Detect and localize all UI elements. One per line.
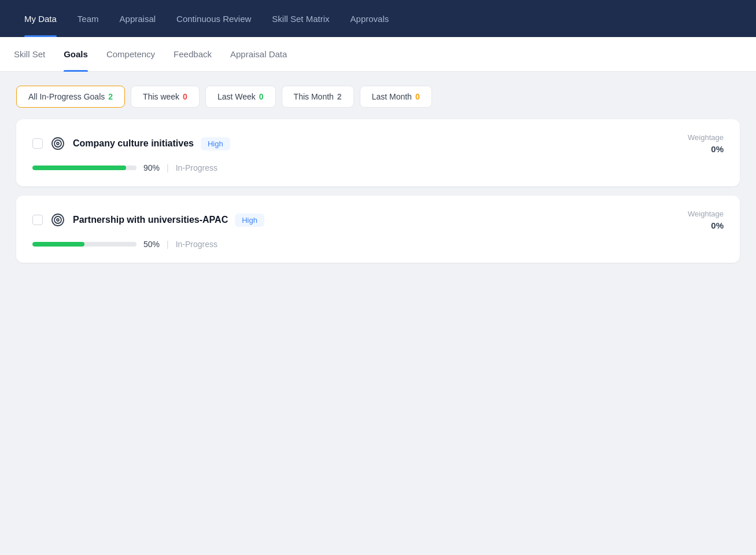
progress-percent: 50% <box>143 240 160 249</box>
top-nav-item-approvals[interactable]: Approvals <box>340 0 400 37</box>
progress-percent: 90% <box>143 163 160 172</box>
sub-nav-item-skill-set[interactable]: Skill Set <box>14 37 54 72</box>
target-icon <box>50 135 66 152</box>
goal-card-header: Partnership with universities-APAC High … <box>32 209 724 230</box>
filter-tab-count: 0 <box>415 92 420 101</box>
goals-list: Company culture initiatives High Weighta… <box>16 119 740 263</box>
goal-progress-row: 50% | In-Progress <box>32 240 724 249</box>
sub-nav-item-feedback[interactable]: Feedback <box>164 37 221 72</box>
progress-divider: | <box>167 163 169 172</box>
goal-card-goal-2: Partnership with universities-APAC High … <box>16 196 740 263</box>
filter-tab-this-week[interactable]: This week0 <box>131 86 200 108</box>
sub-nav-item-appraisal-data[interactable]: Appraisal Data <box>221 37 296 72</box>
filter-tab-count: 0 <box>259 92 264 101</box>
goal-card-goal-1: Company culture initiatives High Weighta… <box>16 119 740 186</box>
sub-nav-item-goals[interactable]: Goals <box>54 37 97 72</box>
progress-bar-container <box>32 166 137 170</box>
weightage-value: 0% <box>688 220 724 230</box>
goal-card-right: Weightage 0% <box>688 133 724 154</box>
filter-tab-label: This week <box>143 92 179 101</box>
top-nav-item-my-data[interactable]: My Data <box>14 0 67 37</box>
filter-tab-all-in-progress[interactable]: All In-Progress Goals2 <box>16 86 125 108</box>
goal-card-right: Weightage 0% <box>688 209 724 230</box>
filter-tabs: All In-Progress Goals2This week0Last Wee… <box>16 86 740 108</box>
priority-badge: High <box>235 214 264 227</box>
main-content: All In-Progress Goals2This week0Last Wee… <box>0 72 756 555</box>
goal-checkbox[interactable] <box>32 138 43 149</box>
filter-tab-label: This Month <box>294 92 334 101</box>
filter-tab-count: 0 <box>183 92 187 101</box>
weightage-value: 0% <box>688 144 724 154</box>
goal-checkbox[interactable] <box>32 215 43 225</box>
sub-nav: Skill SetGoalsCompetencyFeedbackAppraisa… <box>0 37 756 72</box>
filter-tab-last-week[interactable]: Last Week0 <box>205 86 276 108</box>
top-nav-item-continuous-review[interactable]: Continuous Review <box>166 0 261 37</box>
filter-tab-label: Last Week <box>217 92 256 101</box>
filter-tab-label: All In-Progress Goals <box>28 92 105 101</box>
svg-point-0 <box>52 138 64 149</box>
filter-tab-last-month[interactable]: Last Month0 <box>360 86 432 108</box>
svg-point-5 <box>57 219 59 221</box>
progress-status: In-Progress <box>176 240 217 249</box>
filter-tab-label: Last Month <box>372 92 412 101</box>
progress-bar-fill <box>32 242 84 247</box>
progress-status: In-Progress <box>176 163 217 172</box>
svg-point-4 <box>54 216 61 223</box>
top-nav: My DataTeamAppraisalContinuous ReviewSki… <box>0 0 756 37</box>
svg-point-3 <box>52 214 64 226</box>
goal-progress-row: 90% | In-Progress <box>32 163 724 172</box>
svg-point-2 <box>57 142 59 145</box>
priority-badge: High <box>201 137 230 150</box>
goal-card-left: Company culture initiatives High <box>32 135 230 152</box>
goal-card-left: Partnership with universities-APAC High <box>32 212 264 228</box>
weightage-label: Weightage <box>688 209 724 218</box>
filter-tab-count: 2 <box>337 92 342 101</box>
target-icon <box>50 212 66 228</box>
progress-bar-container <box>32 242 137 247</box>
progress-divider: | <box>167 240 169 249</box>
filter-tab-count: 2 <box>108 92 113 101</box>
top-nav-item-team[interactable]: Team <box>67 0 109 37</box>
progress-bar-fill <box>32 166 126 170</box>
top-nav-item-skill-set-matrix[interactable]: Skill Set Matrix <box>261 0 340 37</box>
svg-point-1 <box>54 140 61 147</box>
goal-title: Company culture initiatives <box>73 138 194 149</box>
top-nav-item-appraisal[interactable]: Appraisal <box>109 0 167 37</box>
filter-tab-this-month[interactable]: This Month2 <box>282 86 354 108</box>
goal-title: Partnership with universities-APAC <box>73 215 228 225</box>
goal-card-header: Company culture initiatives High Weighta… <box>32 133 724 154</box>
weightage-label: Weightage <box>688 133 724 142</box>
sub-nav-item-competency[interactable]: Competency <box>97 37 164 72</box>
